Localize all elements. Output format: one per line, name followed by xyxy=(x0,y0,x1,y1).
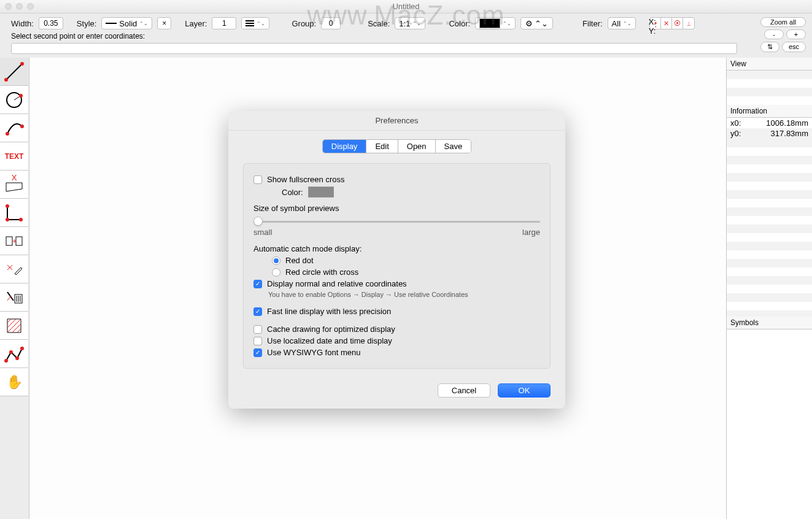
scale-value: 1:1 xyxy=(399,19,410,28)
snap-perpendicular-icon[interactable]: ⟂ xyxy=(683,18,694,29)
svg-point-12 xyxy=(6,218,9,221)
layer-label: Layer: xyxy=(185,19,207,28)
tab-open[interactable]: Open xyxy=(398,140,436,153)
filter-select[interactable]: All ⌃⌄ xyxy=(608,17,636,29)
display-coords-hint: You have to enable Options → Display → U… xyxy=(268,291,540,298)
display-coords-label: Display normal and relative coordinates xyxy=(267,279,407,288)
symbols-panel-header[interactable]: Symbols xyxy=(727,317,812,329)
cache-drawing-checkbox[interactable] xyxy=(253,325,262,334)
options-bar: Width: 0.35 Style: Solid ⌃⌄ × Layer: 1 ⌃… xyxy=(0,13,812,31)
zoom-all-button[interactable]: Zoom all xyxy=(760,17,806,27)
solid-line-icon xyxy=(106,23,117,24)
svg-point-23 xyxy=(15,356,19,360)
fast-line-label: Fast line display with less precision xyxy=(267,307,391,316)
svg-point-13 xyxy=(19,218,23,221)
fullscreen-cross-checkbox[interactable] xyxy=(253,175,262,184)
svg-point-5 xyxy=(19,94,23,98)
cache-drawing-label: Cache drawing for optimized display xyxy=(267,325,395,334)
width-label: Width: xyxy=(11,19,34,28)
ok-button[interactable]: OK xyxy=(498,383,551,398)
info-value: 317.83mm xyxy=(771,129,808,138)
tool-arc[interactable] xyxy=(0,114,28,142)
tool-hatch[interactable] xyxy=(0,312,28,340)
catch-red-circle-label: Red circle with cross xyxy=(285,267,358,277)
tab-display[interactable]: Display xyxy=(323,140,367,153)
window-title: Untitled xyxy=(0,2,812,11)
tool-polyline[interactable] xyxy=(0,340,28,368)
slider-max-label: large xyxy=(522,228,540,237)
zoom-in-button[interactable]: + xyxy=(786,29,806,39)
y-label: Y: xyxy=(649,26,656,36)
tab-segmented-control: Display Edit Open Save xyxy=(243,139,551,153)
tool-circle[interactable] xyxy=(0,86,28,114)
tool-dimension[interactable]: X xyxy=(0,171,28,199)
color-settings-button[interactable]: ⚙ ⌃⌄ xyxy=(520,17,553,29)
width-field[interactable]: 0.35 xyxy=(39,17,63,29)
group-field[interactable]: 0 xyxy=(321,17,341,29)
tool-palette: TEXT X ✋ xyxy=(0,58,29,519)
info-y0-row: y0: 317.83mm xyxy=(727,128,812,139)
catch-red-dot-radio[interactable] xyxy=(272,256,280,265)
slider-thumb-icon[interactable] xyxy=(253,217,263,226)
localized-date-checkbox[interactable] xyxy=(253,337,262,345)
command-prompt: Select second point or enter coordinates… xyxy=(0,31,812,42)
preferences-dialog: Preferences Display Edit Open Save Show … xyxy=(228,111,565,409)
style-value: Solid xyxy=(119,19,137,28)
zoom-out-button[interactable]: - xyxy=(764,29,784,39)
style-select[interactable]: Solid ⌃⌄ xyxy=(101,17,152,29)
cancel-button[interactable]: Cancel xyxy=(438,383,490,398)
tool-text[interactable]: TEXT xyxy=(0,142,28,171)
svg-line-0 xyxy=(6,64,22,80)
tab-edit[interactable]: Edit xyxy=(366,140,398,153)
info-panel-header[interactable]: Information xyxy=(727,105,812,118)
svg-text:X: X xyxy=(12,174,17,182)
view-panel-header[interactable]: View xyxy=(727,58,812,71)
layer-list-select[interactable]: ⌃⌄ xyxy=(241,17,269,29)
style-label: Style: xyxy=(77,19,97,28)
svg-rect-15 xyxy=(6,237,12,245)
tool-delete[interactable] xyxy=(0,283,28,312)
list-icon xyxy=(246,20,254,26)
window-titlebar: Untitled xyxy=(0,0,812,13)
svg-rect-16 xyxy=(16,237,22,245)
color-select[interactable]: ⌃⌄ xyxy=(475,17,516,29)
clear-style-button[interactable]: × xyxy=(157,17,171,29)
tool-transform[interactable] xyxy=(0,227,28,255)
svg-point-1 xyxy=(4,78,8,82)
svg-point-24 xyxy=(20,347,24,350)
catch-red-dot-label: Red dot xyxy=(285,256,314,265)
chevron-updown-icon: ⌃⌄ xyxy=(623,21,632,26)
wysiwyg-font-checkbox[interactable]: ✓ xyxy=(253,348,262,357)
chevron-updown-icon: ⌃⌄ xyxy=(412,21,421,26)
coord-toggle-button[interactable]: ⇅ xyxy=(760,42,779,52)
snap-mode-buttons[interactable]: •̟ ✕ ⦿ ⟂ xyxy=(649,17,695,29)
slider-min-label: small xyxy=(253,228,272,237)
catch-red-circle-radio[interactable] xyxy=(272,268,280,277)
tab-save[interactable]: Save xyxy=(436,140,471,153)
layer-field[interactable]: 1 xyxy=(212,17,236,29)
info-x0-row: x0: 1006.18mm xyxy=(727,118,812,128)
x-label: X: xyxy=(649,17,656,26)
tool-annotate[interactable] xyxy=(0,255,28,283)
fullscreen-cross-label: Show fullscreen cross xyxy=(267,175,344,184)
wysiwyg-font-label: Use WYSIWYG font menu xyxy=(267,348,360,357)
tool-line[interactable] xyxy=(0,58,28,86)
info-key: x0: xyxy=(730,118,741,128)
symbols-panel-body xyxy=(727,329,812,519)
command-input[interactable] xyxy=(11,43,737,54)
chevron-updown-icon: ⌃⌄ xyxy=(257,21,265,26)
preview-size-slider[interactable] xyxy=(253,217,540,226)
esc-button[interactable]: esc xyxy=(782,42,806,52)
svg-point-2 xyxy=(20,62,24,66)
tool-corner[interactable] xyxy=(0,199,28,227)
dialog-title: Preferences xyxy=(228,111,565,131)
chevron-updown-icon: ⌃⌄ xyxy=(535,19,548,28)
fast-line-checkbox[interactable]: ✓ xyxy=(253,307,262,316)
scale-select[interactable]: 1:1 ⌃⌄ xyxy=(395,17,425,29)
snap-delete-icon[interactable]: ✕ xyxy=(661,18,672,29)
snap-midpoint-icon[interactable]: ⦿ xyxy=(672,18,683,29)
display-coords-checkbox[interactable]: ✓ xyxy=(253,280,262,288)
tool-pan[interactable]: ✋ xyxy=(0,368,28,396)
chevron-updown-icon: ⌃⌄ xyxy=(139,21,148,26)
cross-color-well[interactable] xyxy=(308,186,334,198)
